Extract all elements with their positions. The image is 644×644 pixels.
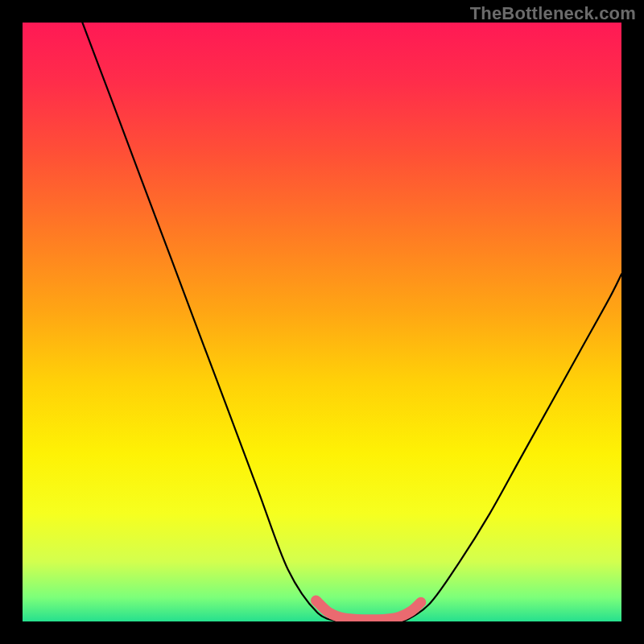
watermark-label: TheBottleneck.com [470,3,636,24]
chart-frame: TheBottleneck.com [0,0,644,644]
chart-background [23,23,621,621]
bottleneck-chart [23,23,621,621]
chart-plot-area [23,23,621,621]
